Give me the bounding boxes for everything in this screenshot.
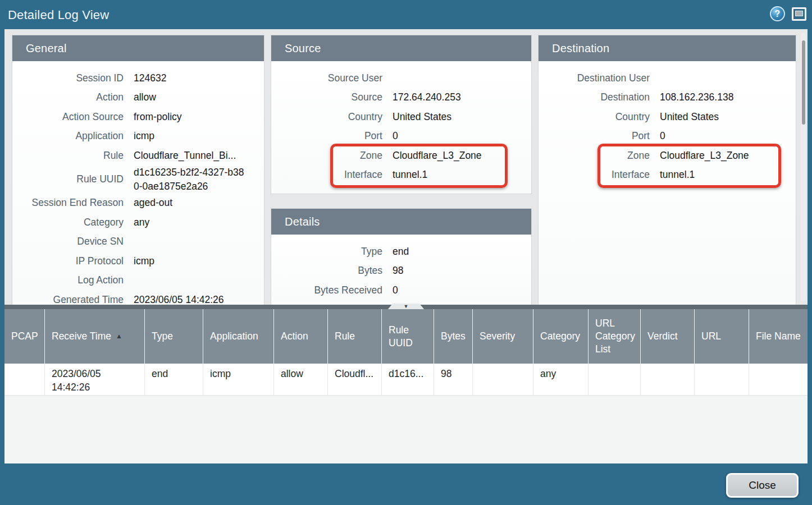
field-category: Categoryany — [12, 213, 264, 232]
cell-verdict — [641, 364, 695, 395]
column-header-file-name[interactable]: File Name — [749, 309, 808, 364]
column-header-rule[interactable]: Rule — [328, 309, 382, 364]
column-header-type[interactable]: Type — [145, 309, 203, 364]
column-header-receive-time[interactable]: Receive Time▲ — [45, 309, 145, 364]
field-value: aged-out — [128, 196, 264, 210]
field-value: United States — [654, 110, 796, 124]
field-rule: RuleCloudflare_Tunnel_Bi... — [12, 146, 264, 166]
field-value: tunnel.1 — [654, 168, 796, 182]
field-value: icmp — [128, 129, 264, 143]
destination-panel-body: Destination User Destination108.162.236.… — [539, 61, 796, 305]
destination-panel-header: Destination — [539, 35, 796, 61]
column-header-bytes[interactable]: Bytes — [434, 309, 473, 364]
field-label: Category — [12, 217, 128, 228]
cell-severity — [473, 364, 533, 395]
panels-scrollbar[interactable] — [801, 33, 806, 301]
sort-ascending-icon: ▲ — [116, 330, 122, 343]
column-header-url-category-list[interactable]: URL Category List — [589, 309, 641, 364]
general-panel-body: Session ID124632 Actionallow Action Sour… — [12, 61, 264, 305]
field-destination-user: Destination User — [539, 68, 796, 88]
column-header-application[interactable]: Application — [203, 309, 274, 364]
field-label: Country — [271, 111, 387, 123]
general-panel-header: General — [12, 35, 264, 61]
field-value: tunnel.1 — [387, 168, 531, 182]
field-label: Interface — [271, 169, 387, 181]
field-source: Source172.64.240.253 — [271, 88, 531, 108]
cell-pcap — [4, 364, 45, 395]
column-label: Severity — [480, 330, 515, 343]
field-label: Session ID — [12, 72, 128, 84]
field-session-id: Session ID124632 — [12, 68, 264, 88]
column-label: Rule UUID — [389, 324, 428, 350]
field-value: icmp — [128, 254, 264, 268]
close-button[interactable]: Close — [726, 473, 799, 498]
log-table: PCAP Receive Time▲ Type Application Acti… — [4, 309, 808, 463]
field-action-source: Action Sourcefrom-policy — [12, 107, 264, 127]
field-label: Port — [539, 130, 654, 142]
field-value: United States — [387, 110, 531, 124]
field-value: 2023/06/05 14:42:26 — [128, 293, 264, 305]
column-label: Application — [210, 330, 258, 343]
cell-type: end — [145, 364, 203, 395]
table-row[interactable]: 2023/06/05 14:42:26 end icmp allow Cloud… — [4, 364, 808, 396]
field-bytes: Bytes98 — [271, 261, 531, 281]
panels-scrollbar-thumb[interactable] — [802, 40, 805, 125]
field-label: Generated Time — [12, 294, 128, 305]
details-panel-header: Details — [271, 209, 531, 235]
dialog-title: Detailed Log View — [8, 8, 109, 22]
field-label: Zone — [539, 150, 654, 162]
field-type: Typeend — [271, 242, 531, 261]
field-label: Log Action — [12, 274, 128, 286]
field-rule-uuid: Rule UUIDd1c16235-b2f2-4327-b380-0ae1875… — [12, 166, 264, 194]
details-panel-body: Typeend Bytes98 Bytes Received0 — [271, 235, 531, 305]
field-value: Cloudflare_Tunnel_Bi... — [128, 149, 264, 163]
field-bytes-received: Bytes Received0 — [271, 281, 531, 300]
field-value: Cloudflare_L3_Zone — [387, 149, 531, 163]
column-label: PCAP — [11, 330, 38, 343]
field-label: Action Source — [12, 111, 128, 123]
field-label: Session End Reason — [12, 197, 128, 209]
column-label: Verdict — [647, 330, 678, 343]
source-panel-body: Source User Source172.64.240.253 Country… — [271, 61, 531, 194]
column-header-category[interactable]: Category — [533, 309, 589, 364]
field-value: d1c16235-b2f2-4327-b380-0ae1875e2a26 — [128, 166, 264, 194]
panels-area: General Session ID124632 Actionallow Act… — [4, 29, 808, 305]
field-label: Device SN — [12, 236, 128, 247]
cell-action: allow — [274, 364, 328, 395]
field-value: end — [387, 245, 531, 259]
column-header-rule-uuid[interactable]: Rule UUID — [382, 309, 434, 364]
source-panel: Source Source User Source172.64.240.253 … — [271, 35, 531, 194]
field-action: Actionallow — [12, 88, 264, 108]
field-application: Applicationicmp — [12, 127, 264, 146]
field-value: 0 — [387, 283, 531, 297]
cell-bytes: 98 — [434, 364, 473, 395]
source-column: Source Source User Source172.64.240.253 … — [271, 35, 531, 305]
field-source-user: Source User — [271, 68, 531, 88]
destination-panel: Destination Destination User Destination… — [539, 35, 796, 305]
maximize-icon[interactable] — [792, 7, 806, 21]
field-ip-protocol: IP Protocolicmp — [12, 251, 264, 271]
cell-receive-time: 2023/06/05 14:42:26 — [45, 364, 145, 395]
field-label: Bytes Received — [271, 284, 387, 296]
general-panel: General Session ID124632 Actionallow Act… — [12, 35, 264, 305]
column-label: Bytes — [441, 330, 466, 343]
field-value: 98 — [387, 264, 531, 278]
maximize-icon-inner — [795, 11, 803, 16]
field-label: IP Protocol — [12, 255, 128, 267]
column-label: Rule — [335, 330, 355, 343]
column-header-verdict[interactable]: Verdict — [641, 309, 695, 364]
field-destination-port: Port0 — [539, 127, 796, 146]
field-label: Bytes — [271, 265, 387, 277]
field-value: 0 — [654, 129, 796, 143]
column-header-pcap[interactable]: PCAP — [4, 309, 45, 364]
column-header-severity[interactable]: Severity — [473, 309, 533, 364]
field-label: Application — [12, 130, 128, 142]
help-icon[interactable]: ? — [770, 6, 785, 21]
field-source-interface: Interfacetunnel.1 — [271, 166, 531, 185]
column-header-url[interactable]: URL — [695, 309, 749, 364]
column-label: Category — [540, 330, 580, 343]
field-label: Destination — [539, 91, 654, 103]
detailed-log-view-dialog: Detailed Log View ? General Session ID12… — [0, 0, 812, 505]
column-header-action[interactable]: Action — [274, 309, 328, 364]
field-label: Rule UUID — [12, 173, 128, 185]
